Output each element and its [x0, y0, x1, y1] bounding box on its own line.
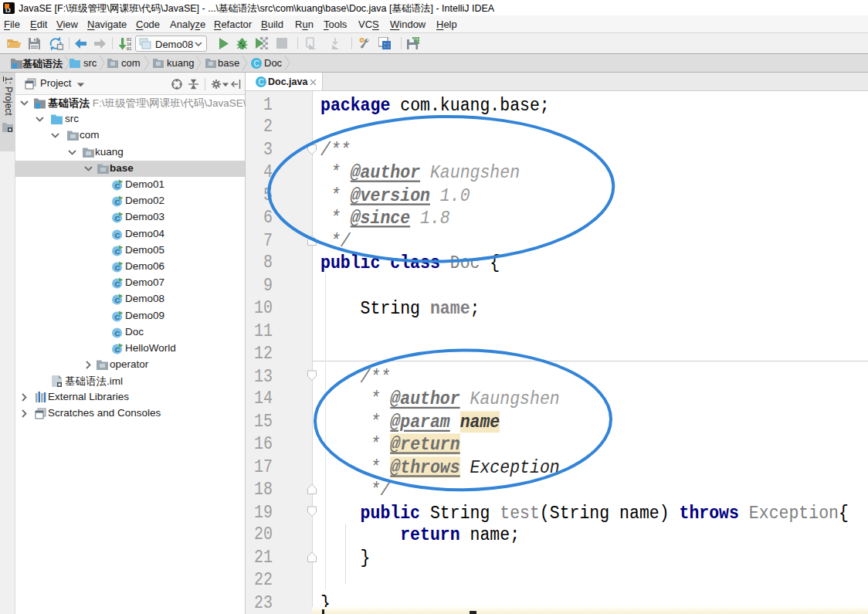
svg-text:C: C [253, 59, 259, 68]
svg-text:C: C [114, 329, 120, 338]
svg-text:C: C [258, 78, 263, 87]
svg-text:01: 01 [127, 46, 131, 51]
svg-text:C: C [114, 231, 120, 239]
svg-text:IJ: IJ [5, 7, 11, 14]
